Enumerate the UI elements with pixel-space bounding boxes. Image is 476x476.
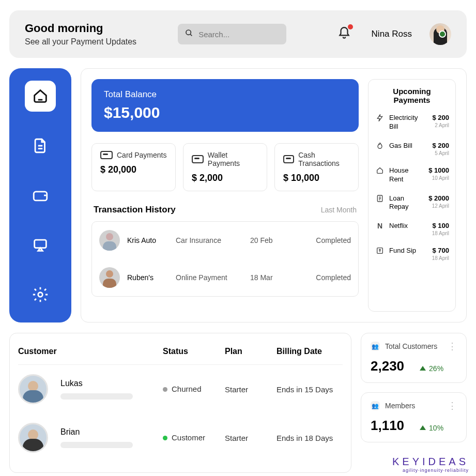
fund-icon: [375, 247, 385, 255]
document-icon: [375, 194, 385, 203]
method-card-payments[interactable]: Card Payments $ 20,000: [91, 143, 176, 191]
search-input[interactable]: [198, 30, 279, 39]
svg-point-0: [186, 30, 191, 35]
sidebar-nav: [9, 68, 71, 323]
upcoming-item[interactable]: Fund Sip $ 70018 April: [375, 247, 449, 261]
avatar: [99, 230, 120, 251]
upcoming-item[interactable]: Loan Repay $ 200012 April: [375, 194, 449, 212]
document-icon: [32, 137, 49, 155]
svg-line-1: [190, 34, 192, 36]
notification-dot: [348, 24, 353, 29]
upcoming-item[interactable]: Electricity Bill $ 2002 April: [375, 114, 449, 131]
greeting-subtitle: See all your Payment Updates: [25, 37, 136, 47]
greeting-block: Good morning See all your Payment Update…: [25, 22, 136, 47]
svg-point-4: [38, 293, 43, 297]
gear-icon: [32, 286, 49, 303]
method-wallet-payments[interactable]: Wallet Payments $ 2,000: [183, 143, 267, 191]
stat-total-customers[interactable]: 👥 Total Customers ⋮ 2,230 26%: [361, 333, 467, 383]
upcoming-item[interactable]: House Rent $ 100010 April: [375, 166, 449, 184]
sidebar-item-wallet[interactable]: [25, 180, 56, 211]
upcoming-item[interactable]: N Netflix $ 10018 April: [375, 222, 449, 236]
sidebar-item-home[interactable]: [25, 81, 56, 112]
search-box[interactable]: [178, 24, 286, 44]
history-row[interactable]: Kris Auto Car Insurance 20 Feb Completed: [92, 222, 358, 259]
balance-label: Total Balance: [104, 89, 346, 100]
home-icon: [32, 87, 49, 105]
upcoming-title: Upcoming Payments: [375, 87, 449, 104]
method-cash-transactions[interactable]: Cash Transactions $ 10,000: [274, 143, 359, 191]
history-row[interactable]: Ruben's Online Payment 18 Mar Completed: [92, 259, 358, 296]
payment-methods: Card Payments $ 20,000 Wallet Payments $…: [91, 143, 359, 191]
home-icon: [375, 166, 385, 175]
upcoming-item[interactable]: Gas Bill $ 2005 April: [375, 142, 449, 156]
users-icon: 👥: [371, 342, 380, 351]
card-icon: [192, 155, 204, 163]
flame-icon: [375, 142, 385, 150]
monitor-icon: [32, 236, 49, 254]
user-name[interactable]: Nina Ross: [372, 29, 412, 39]
avatar: [99, 267, 120, 288]
more-icon[interactable]: ⋮: [448, 404, 457, 408]
search-icon: [185, 29, 193, 39]
sidebar-item-settings[interactable]: [25, 279, 56, 310]
brand-logo: KEYIDEAS agility·ingenuity·reliability: [392, 456, 469, 473]
sidebar-item-documents[interactable]: [25, 130, 56, 161]
history-filter[interactable]: Last Month: [321, 206, 357, 214]
greeting-title: Good morning: [25, 22, 136, 35]
dashboard-panel: Total Balance $15,000 Card Payments $ 20…: [81, 68, 467, 323]
sidebar-item-display[interactable]: [25, 229, 56, 260]
wallet-icon: [32, 187, 49, 204]
trend-up: 26%: [420, 364, 443, 373]
netflix-icon: N: [375, 222, 385, 230]
table-header: Customer Status Plan Billing Date: [18, 344, 343, 365]
upcoming-payments: Upcoming Payments Electricity Bill $ 200…: [368, 79, 456, 312]
avatar: [18, 374, 48, 404]
card-icon: [283, 155, 294, 163]
user-avatar[interactable]: [429, 23, 451, 45]
trend-up: 10%: [420, 424, 443, 432]
notification-bell[interactable]: [337, 26, 351, 42]
status-dot: [163, 436, 167, 440]
balance-card: Total Balance $15,000: [91, 79, 359, 132]
online-indicator: [439, 30, 446, 38]
table-row[interactable]: Brian Customer Starter Ends in 18 Days: [18, 413, 343, 462]
history-title: Transaction History: [94, 205, 176, 215]
stat-members[interactable]: 👥 Members ⋮ 1,110 10%: [361, 392, 467, 442]
progress-bar: [60, 442, 133, 448]
customer-table: Customer Status Plan Billing Date Lukas …: [9, 333, 351, 473]
status-dot: [163, 387, 167, 392]
table-row[interactable]: Lukas Churned Starter Ends in 15 Days: [18, 365, 343, 413]
avatar: [18, 423, 48, 453]
users-icon: 👥: [371, 401, 380, 410]
more-icon[interactable]: ⋮: [448, 344, 457, 349]
top-bar: Good morning See all your Payment Update…: [9, 10, 467, 58]
history-list: Kris Auto Car Insurance 20 Feb Completed…: [91, 221, 359, 297]
balance-value: $15,000: [104, 104, 346, 121]
progress-bar: [60, 393, 133, 400]
bolt-icon: [375, 114, 385, 122]
card-icon: [100, 151, 113, 159]
